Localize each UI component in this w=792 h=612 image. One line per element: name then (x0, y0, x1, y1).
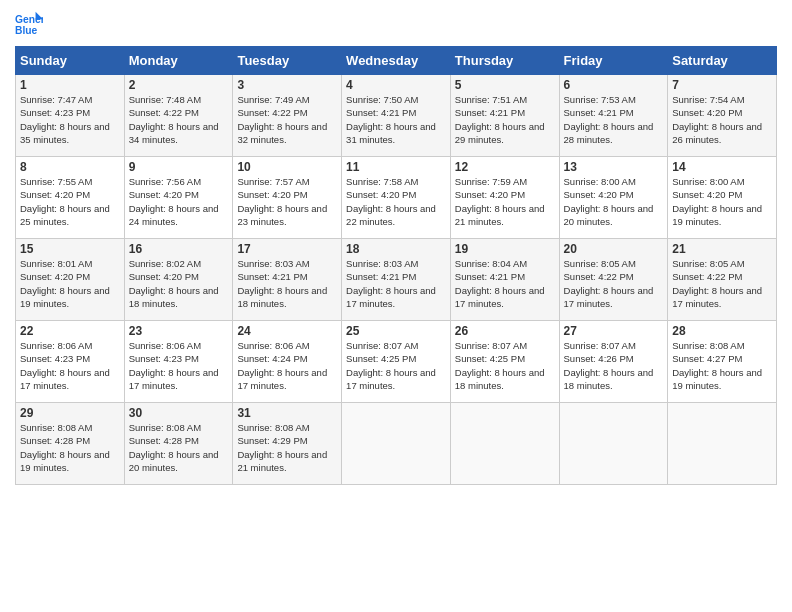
day-info: Sunrise: 8:07 AMSunset: 4:25 PMDaylight:… (346, 339, 446, 392)
day-number: 28 (672, 324, 772, 338)
day-number: 25 (346, 324, 446, 338)
day-info: Sunrise: 7:56 AMSunset: 4:20 PMDaylight:… (129, 175, 229, 228)
day-number: 23 (129, 324, 229, 338)
calendar-cell: 11Sunrise: 7:58 AMSunset: 4:20 PMDayligh… (342, 157, 451, 239)
week-row-4: 22Sunrise: 8:06 AMSunset: 4:23 PMDayligh… (16, 321, 777, 403)
weekday-header-wednesday: Wednesday (342, 47, 451, 75)
day-number: 5 (455, 78, 555, 92)
day-info: Sunrise: 7:58 AMSunset: 4:20 PMDaylight:… (346, 175, 446, 228)
calendar-cell: 27Sunrise: 8:07 AMSunset: 4:26 PMDayligh… (559, 321, 668, 403)
day-number: 6 (564, 78, 664, 92)
logo-icon: General Blue (15, 10, 43, 38)
day-info: Sunrise: 7:57 AMSunset: 4:20 PMDaylight:… (237, 175, 337, 228)
day-info: Sunrise: 8:08 AMSunset: 4:28 PMDaylight:… (129, 421, 229, 474)
calendar-table: SundayMondayTuesdayWednesdayThursdayFrid… (15, 46, 777, 485)
day-info: Sunrise: 8:08 AMSunset: 4:28 PMDaylight:… (20, 421, 120, 474)
day-number: 26 (455, 324, 555, 338)
week-row-3: 15Sunrise: 8:01 AMSunset: 4:20 PMDayligh… (16, 239, 777, 321)
calendar-cell: 31Sunrise: 8:08 AMSunset: 4:29 PMDayligh… (233, 403, 342, 485)
calendar-page: General Blue SundayMondayTuesdayWednesda… (0, 0, 792, 612)
calendar-cell: 9Sunrise: 7:56 AMSunset: 4:20 PMDaylight… (124, 157, 233, 239)
day-info: Sunrise: 8:08 AMSunset: 4:29 PMDaylight:… (237, 421, 337, 474)
calendar-cell (668, 403, 777, 485)
day-number: 19 (455, 242, 555, 256)
day-number: 14 (672, 160, 772, 174)
calendar-cell: 4Sunrise: 7:50 AMSunset: 4:21 PMDaylight… (342, 75, 451, 157)
logo: General Blue (15, 10, 47, 38)
calendar-cell: 24Sunrise: 8:06 AMSunset: 4:24 PMDayligh… (233, 321, 342, 403)
week-row-1: 1Sunrise: 7:47 AMSunset: 4:23 PMDaylight… (16, 75, 777, 157)
day-info: Sunrise: 7:47 AMSunset: 4:23 PMDaylight:… (20, 93, 120, 146)
day-number: 18 (346, 242, 446, 256)
weekday-header-sunday: Sunday (16, 47, 125, 75)
day-number: 22 (20, 324, 120, 338)
day-info: Sunrise: 7:53 AMSunset: 4:21 PMDaylight:… (564, 93, 664, 146)
calendar-cell: 28Sunrise: 8:08 AMSunset: 4:27 PMDayligh… (668, 321, 777, 403)
day-info: Sunrise: 7:59 AMSunset: 4:20 PMDaylight:… (455, 175, 555, 228)
calendar-cell: 21Sunrise: 8:05 AMSunset: 4:22 PMDayligh… (668, 239, 777, 321)
calendar-cell: 25Sunrise: 8:07 AMSunset: 4:25 PMDayligh… (342, 321, 451, 403)
calendar-cell: 10Sunrise: 7:57 AMSunset: 4:20 PMDayligh… (233, 157, 342, 239)
day-info: Sunrise: 8:06 AMSunset: 4:24 PMDaylight:… (237, 339, 337, 392)
calendar-cell (342, 403, 451, 485)
weekday-header-saturday: Saturday (668, 47, 777, 75)
day-number: 9 (129, 160, 229, 174)
weekday-header-tuesday: Tuesday (233, 47, 342, 75)
day-info: Sunrise: 8:03 AMSunset: 4:21 PMDaylight:… (237, 257, 337, 310)
calendar-cell: 6Sunrise: 7:53 AMSunset: 4:21 PMDaylight… (559, 75, 668, 157)
day-info: Sunrise: 8:00 AMSunset: 4:20 PMDaylight:… (672, 175, 772, 228)
week-row-2: 8Sunrise: 7:55 AMSunset: 4:20 PMDaylight… (16, 157, 777, 239)
calendar-cell: 29Sunrise: 8:08 AMSunset: 4:28 PMDayligh… (16, 403, 125, 485)
day-info: Sunrise: 7:51 AMSunset: 4:21 PMDaylight:… (455, 93, 555, 146)
day-info: Sunrise: 8:05 AMSunset: 4:22 PMDaylight:… (672, 257, 772, 310)
calendar-cell: 1Sunrise: 7:47 AMSunset: 4:23 PMDaylight… (16, 75, 125, 157)
calendar-cell: 15Sunrise: 8:01 AMSunset: 4:20 PMDayligh… (16, 239, 125, 321)
calendar-cell: 23Sunrise: 8:06 AMSunset: 4:23 PMDayligh… (124, 321, 233, 403)
day-info: Sunrise: 8:04 AMSunset: 4:21 PMDaylight:… (455, 257, 555, 310)
weekday-header-row: SundayMondayTuesdayWednesdayThursdayFrid… (16, 47, 777, 75)
calendar-cell: 3Sunrise: 7:49 AMSunset: 4:22 PMDaylight… (233, 75, 342, 157)
day-info: Sunrise: 8:08 AMSunset: 4:27 PMDaylight:… (672, 339, 772, 392)
day-info: Sunrise: 8:02 AMSunset: 4:20 PMDaylight:… (129, 257, 229, 310)
day-info: Sunrise: 7:49 AMSunset: 4:22 PMDaylight:… (237, 93, 337, 146)
day-info: Sunrise: 8:03 AMSunset: 4:21 PMDaylight:… (346, 257, 446, 310)
calendar-cell: 17Sunrise: 8:03 AMSunset: 4:21 PMDayligh… (233, 239, 342, 321)
day-info: Sunrise: 7:48 AMSunset: 4:22 PMDaylight:… (129, 93, 229, 146)
calendar-cell: 14Sunrise: 8:00 AMSunset: 4:20 PMDayligh… (668, 157, 777, 239)
calendar-cell: 26Sunrise: 8:07 AMSunset: 4:25 PMDayligh… (450, 321, 559, 403)
weekday-header-thursday: Thursday (450, 47, 559, 75)
day-number: 17 (237, 242, 337, 256)
calendar-cell: 12Sunrise: 7:59 AMSunset: 4:20 PMDayligh… (450, 157, 559, 239)
week-row-5: 29Sunrise: 8:08 AMSunset: 4:28 PMDayligh… (16, 403, 777, 485)
calendar-cell: 2Sunrise: 7:48 AMSunset: 4:22 PMDaylight… (124, 75, 233, 157)
calendar-cell: 5Sunrise: 7:51 AMSunset: 4:21 PMDaylight… (450, 75, 559, 157)
day-number: 27 (564, 324, 664, 338)
day-info: Sunrise: 8:01 AMSunset: 4:20 PMDaylight:… (20, 257, 120, 310)
calendar-cell: 19Sunrise: 8:04 AMSunset: 4:21 PMDayligh… (450, 239, 559, 321)
day-info: Sunrise: 8:06 AMSunset: 4:23 PMDaylight:… (20, 339, 120, 392)
day-number: 10 (237, 160, 337, 174)
day-number: 13 (564, 160, 664, 174)
day-info: Sunrise: 7:55 AMSunset: 4:20 PMDaylight:… (20, 175, 120, 228)
day-info: Sunrise: 8:05 AMSunset: 4:22 PMDaylight:… (564, 257, 664, 310)
day-number: 12 (455, 160, 555, 174)
day-info: Sunrise: 8:06 AMSunset: 4:23 PMDaylight:… (129, 339, 229, 392)
calendar-cell: 8Sunrise: 7:55 AMSunset: 4:20 PMDaylight… (16, 157, 125, 239)
header: General Blue (15, 10, 777, 38)
calendar-cell (450, 403, 559, 485)
calendar-cell: 22Sunrise: 8:06 AMSunset: 4:23 PMDayligh… (16, 321, 125, 403)
day-number: 30 (129, 406, 229, 420)
calendar-cell: 13Sunrise: 8:00 AMSunset: 4:20 PMDayligh… (559, 157, 668, 239)
calendar-cell: 18Sunrise: 8:03 AMSunset: 4:21 PMDayligh… (342, 239, 451, 321)
svg-text:Blue: Blue (15, 25, 38, 36)
day-number: 3 (237, 78, 337, 92)
calendar-cell: 20Sunrise: 8:05 AMSunset: 4:22 PMDayligh… (559, 239, 668, 321)
calendar-cell: 16Sunrise: 8:02 AMSunset: 4:20 PMDayligh… (124, 239, 233, 321)
day-number: 16 (129, 242, 229, 256)
day-number: 24 (237, 324, 337, 338)
day-number: 2 (129, 78, 229, 92)
calendar-cell: 7Sunrise: 7:54 AMSunset: 4:20 PMDaylight… (668, 75, 777, 157)
day-number: 15 (20, 242, 120, 256)
day-info: Sunrise: 7:50 AMSunset: 4:21 PMDaylight:… (346, 93, 446, 146)
day-number: 11 (346, 160, 446, 174)
